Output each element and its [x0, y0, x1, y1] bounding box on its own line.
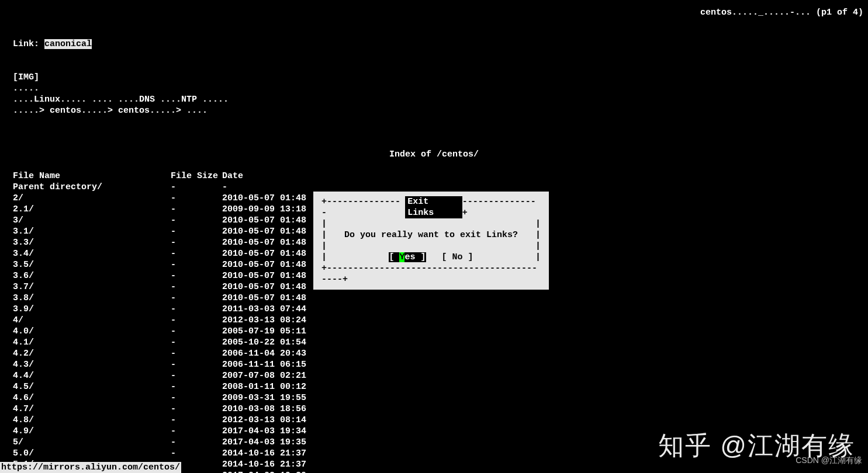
cell-date: 2014-10-16 21:37 — [222, 459, 306, 470]
cell-date: 2012-03-13 08:24 — [222, 315, 306, 326]
cell-file-name: 4.4/ — [13, 370, 171, 381]
cell-file-size: - — [171, 315, 222, 326]
cell-file-size: - — [171, 270, 222, 281]
table-row[interactable]: 4/-2012-03-13 08:24 — [13, 315, 868, 326]
cell-file-size: - — [171, 392, 222, 404]
cell-file-size: - — [171, 370, 222, 381]
exit-confirmation-dialog: +--------------- Exit Links ------------… — [313, 192, 549, 290]
cell-file-size: - — [171, 359, 222, 370]
cell-file-size: - — [171, 259, 222, 270]
table-row[interactable]: 4.6/-2009-03-31 19:55 — [13, 392, 868, 404]
dialog-border-top: +--------------- Exit Links ------------… — [313, 196, 549, 218]
header-line: ..... — [13, 83, 868, 94]
cell-date: 2006-11-04 20:43 — [222, 348, 306, 359]
header-file-size: File Size — [171, 171, 222, 182]
header-date: Date — [222, 171, 243, 182]
cell-file-size: - — [171, 448, 222, 459]
cell-date: 2009-09-09 13:18 — [222, 204, 306, 215]
cell-date: 2010-05-07 01:48 — [222, 248, 306, 259]
cell-file-size: - — [171, 426, 222, 437]
cell-date: 2010-05-07 01:48 — [222, 237, 306, 248]
cell-file-name: 3.5/ — [13, 259, 171, 270]
cell-file-name: 3/ — [13, 215, 171, 226]
cell-date: 2007-07-08 02:21 — [222, 370, 306, 381]
cell-file-size: - — [171, 348, 222, 359]
table-row[interactable]: 3.9/-2011-03-03 07:44 — [13, 304, 868, 315]
cell-date: 2017-04-03 19:35 — [222, 437, 306, 448]
cell-date: 2008-01-11 00:12 — [222, 381, 306, 392]
cell-file-size: - — [171, 404, 222, 415]
cell-date: 2010-03-08 18:56 — [222, 404, 306, 415]
table-row[interactable]: 4.3/-2006-11-11 06:15 — [13, 359, 868, 370]
cell-file-size: - — [171, 293, 222, 304]
cell-date: 2014-10-16 21:37 — [222, 448, 306, 459]
cell-file-name: 4.1/ — [13, 337, 171, 348]
cell-file-name: 2.1/ — [13, 204, 171, 215]
table-row[interactable]: 4.5/-2008-01-11 00:12 — [13, 381, 868, 392]
cell-file-name: 3.4/ — [13, 248, 171, 259]
cell-file-name: 3.6/ — [13, 270, 171, 281]
table-row[interactable]: 4.4/-2007-07-08 02:21 — [13, 370, 868, 381]
page-position-indicator: centos....._.....-... (p1 of 4) — [700, 7, 863, 18]
dialog-border-bottom: +---------------------------------------… — [313, 263, 549, 285]
cell-file-name: 3.7/ — [13, 281, 171, 293]
cell-file-size: - — [171, 415, 222, 426]
selected-link[interactable]: canonical — [44, 39, 92, 49]
cell-file-size: - — [171, 281, 222, 293]
cell-file-size: - — [171, 237, 222, 248]
yes-button[interactable]: [ Yes ] — [389, 252, 426, 262]
cell-date: 2010-05-07 01:48 — [222, 259, 306, 270]
table-row[interactable]: 4.0/-2005-07-19 05:11 — [13, 326, 868, 337]
table-row[interactable]: 4.7/-2010-03-08 18:56 — [13, 404, 868, 415]
cell-file-size: - — [171, 193, 222, 204]
header-line: .....> centos.....> centos.....> .... — [13, 105, 868, 116]
cell-date: 2011-03-03 07:44 — [222, 304, 306, 315]
table-row[interactable]: 4.8/-2012-03-13 08:14 — [13, 415, 868, 426]
cell-file-name: 4.0/ — [13, 326, 171, 337]
cell-date: 2010-05-07 01:48 — [222, 215, 306, 226]
watermark-zhihu: 知乎 @江湖有缘 — [658, 440, 855, 451]
page-header: Link: canonical [IMG].........Linux.....… — [0, 0, 868, 138]
dialog-spacer: || — [313, 218, 549, 229]
cell-date: 2009-03-31 19:55 — [222, 392, 306, 404]
current-link-line: Link: canonical — [13, 39, 868, 50]
dialog-button-row: | [ Yes ] [ No ] | — [313, 252, 549, 263]
cell-date: 2005-10-22 01:54 — [222, 337, 306, 348]
table-row[interactable]: 4.2/-2006-11-04 20:43 — [13, 348, 868, 359]
no-button[interactable]: [ No ] — [442, 252, 473, 262]
cell-file-name: 4.8/ — [13, 415, 171, 426]
dialog-message: Do you really want to exit Links? — [327, 229, 535, 241]
cell-file-size: - — [171, 248, 222, 259]
cell-file-size: - — [171, 326, 222, 337]
cell-date: 2010-05-07 01:48 — [222, 193, 306, 204]
cell-file-name: 4/ — [13, 315, 171, 326]
cell-date: 2012-03-13 08:14 — [222, 415, 306, 426]
cell-date: 2010-05-07 01:48 — [222, 270, 306, 281]
cell-date: - — [222, 182, 227, 193]
cell-file-size: - — [171, 381, 222, 392]
table-row[interactable]: 4.1/-2005-10-22 01:54 — [13, 337, 868, 348]
cell-date: 2010-05-07 01:48 — [222, 226, 306, 237]
cell-file-size: - — [171, 182, 222, 193]
cell-file-name: 3.1/ — [13, 226, 171, 237]
header-line: ....Linux..... .... ....DNS ....NTP ....… — [13, 94, 868, 105]
cell-file-size: - — [171, 215, 222, 226]
dialog-message-row: |Do you really want to exit Links?| — [313, 229, 549, 241]
cell-file-name: 5.0/ — [13, 448, 171, 459]
link-label: Link: — [13, 39, 44, 49]
cell-date: 2017-04-03 19:30 — [222, 470, 306, 473]
cell-file-name: 4.3/ — [13, 359, 171, 370]
cell-file-name: 3.9/ — [13, 304, 171, 315]
cell-file-name: 3.3/ — [13, 237, 171, 248]
cell-file-name: 2/ — [13, 193, 171, 204]
table-row[interactable]: 3.8/-2010-05-07 01:48 — [13, 293, 868, 304]
cell-file-name: 3.8/ — [13, 293, 171, 304]
cell-file-name: 5/ — [13, 437, 171, 448]
cell-file-name: 4.6/ — [13, 392, 171, 404]
status-bar-url: https://mirrors.aliyun.com/centos/ — [0, 462, 181, 473]
cell-file-name: 4.9/ — [13, 426, 171, 437]
cell-date: 2010-05-07 01:48 — [222, 281, 306, 293]
cell-file-size: - — [171, 337, 222, 348]
cell-file-size: - — [171, 437, 222, 448]
watermark-csdn: CSDN @江湖有缘 — [796, 455, 862, 466]
